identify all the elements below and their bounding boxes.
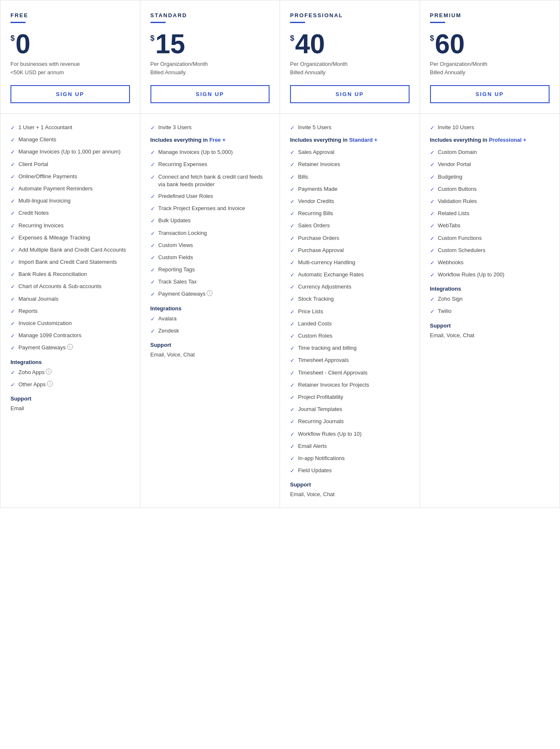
check-icon: ✓ xyxy=(150,174,155,181)
plan-billing-free: For businesses with revenue<50K USD per … xyxy=(10,60,130,77)
check-icon: ✓ xyxy=(290,235,295,242)
check-icon: ✓ xyxy=(10,320,15,328)
feature-text: Track Project Expenses and Invoice xyxy=(158,205,245,212)
feature-text: Email Alerts xyxy=(298,442,327,450)
check-icon: ✓ xyxy=(430,247,435,255)
check-icon: ✓ xyxy=(290,382,295,389)
includes-link-standard: Free + xyxy=(209,137,226,143)
feature-text: 1 User + 1 Accountant xyxy=(18,124,72,131)
info-icon[interactable]: i xyxy=(46,369,52,374)
feature-item: ✓Automatic Exchange Rates xyxy=(290,271,410,279)
feature-item: ✓Purchase Approval xyxy=(290,247,410,255)
check-icon: ✓ xyxy=(10,124,15,132)
feature-item: ✓Custom Domain xyxy=(430,148,550,156)
signup-button-standard[interactable]: SIGN UP xyxy=(150,85,270,103)
check-icon: ✓ xyxy=(150,193,155,200)
feature-text: Reports xyxy=(18,307,38,315)
feature-text: Recurring Journals xyxy=(298,418,344,425)
signup-button-free[interactable]: SIGN UP xyxy=(10,85,130,103)
check-icon: ✓ xyxy=(430,174,435,181)
check-icon: ✓ xyxy=(10,210,15,217)
plan-col-premium: PREMIUM$60Per Organization/MonthBilled A… xyxy=(420,0,560,507)
feature-text: Purchase Orders xyxy=(298,234,339,242)
feature-text: Timesheet - Client Approvals xyxy=(298,369,368,377)
check-icon: ✓ xyxy=(10,259,15,266)
feature-item: ✓Online/Offline Payments xyxy=(10,173,130,181)
plan-name-free: FREE xyxy=(10,12,130,18)
feature-item: ✓Client Portal xyxy=(10,161,130,169)
feature-text: Recurring Expenses xyxy=(158,161,207,168)
check-icon: ✓ xyxy=(290,443,295,450)
feature-text: Vendor Portal xyxy=(438,161,471,168)
feature-item: ✓Twilio xyxy=(430,307,550,315)
check-icon: ✓ xyxy=(290,431,295,438)
check-icon: ✓ xyxy=(10,136,15,144)
info-icon[interactable]: i xyxy=(47,381,53,387)
feature-text: Payments Made xyxy=(298,185,337,193)
plan-header-free: FREE$0For businesses with revenue<50K US… xyxy=(0,0,140,114)
feature-text: Purchase Approval xyxy=(298,247,344,254)
feature-text: Stock Tracking xyxy=(298,295,334,303)
feature-item: ✓Custom Roles xyxy=(290,332,410,340)
feature-text: Workflow Rules (Up to 200) xyxy=(438,271,505,278)
check-icon: ✓ xyxy=(290,394,295,401)
signup-button-premium[interactable]: SIGN UP xyxy=(430,85,550,103)
info-icon[interactable]: i xyxy=(207,290,213,296)
feature-item: ✓Multi-currency Handling xyxy=(290,259,410,267)
check-icon: ✓ xyxy=(290,357,295,364)
check-icon: ✓ xyxy=(10,381,15,389)
feature-text: Landed Costs xyxy=(298,320,332,328)
feature-text: Online/Offline Payments xyxy=(18,173,77,180)
support-text-standard: Email, Voice, Chat xyxy=(150,351,270,358)
check-icon: ✓ xyxy=(430,149,435,156)
info-icon[interactable]: i xyxy=(67,344,73,350)
feature-item: ✓Manage Invoices (Up to 5,000) xyxy=(150,148,270,156)
feature-item: ✓Invite 5 Users xyxy=(290,124,410,132)
includes-label-standard: Includes everything in xyxy=(150,137,210,143)
feature-text: Automate Payment Reminders xyxy=(18,185,93,192)
feature-text: Predefined User Roles xyxy=(158,192,213,200)
feature-item: ✓Timesheet Approvals xyxy=(290,356,410,364)
check-icon: ✓ xyxy=(290,296,295,303)
check-icon: ✓ xyxy=(430,186,435,193)
feature-item: ✓Bank Rules & Reconciliation xyxy=(10,270,130,278)
feature-item: ✓1 User + 1 Accountant xyxy=(10,124,130,132)
feature-text: Invoice Customization xyxy=(18,320,72,327)
feature-text: Manage Clients xyxy=(18,136,56,143)
feature-text: Related Lists xyxy=(438,210,469,217)
plan-currency-free: $ xyxy=(10,34,15,43)
signup-button-professional[interactable]: SIGN UP xyxy=(290,85,410,103)
feature-item: ✓Connect and fetch bank & credit card fe… xyxy=(150,173,270,188)
feature-item: ✓Retainer Invoices for Projects xyxy=(290,381,410,389)
feature-item: ✓Track Sales Tax xyxy=(150,278,270,286)
feature-item: ✓Timesheet - Client Approvals xyxy=(290,369,410,377)
includes-label-professional: Includes everything in xyxy=(290,137,349,143)
feature-text: In-app Notifications xyxy=(298,455,345,462)
feature-text: Multi-lingual Invoicing xyxy=(18,197,70,205)
feature-item: ✓Currency Adjustments xyxy=(290,283,410,291)
check-icon: ✓ xyxy=(150,278,155,286)
feature-item: ✓Validation Rules xyxy=(430,198,550,205)
check-icon: ✓ xyxy=(430,222,435,230)
feature-text: WebTabs xyxy=(438,222,461,229)
feature-item: ✓Automate Payment Reminders xyxy=(10,185,130,193)
check-icon: ✓ xyxy=(290,259,295,267)
feature-text: Budgeting xyxy=(438,173,463,181)
feature-text: Bulk Updates xyxy=(158,217,191,224)
feature-text: Expenses & Mileage Tracking xyxy=(18,234,90,242)
feature-item: ✓Predefined User Roles xyxy=(150,192,270,200)
feature-item: ✓Invite 3 Users xyxy=(150,124,270,132)
check-icon: ✓ xyxy=(10,234,15,242)
check-icon: ✓ xyxy=(150,291,155,298)
feature-text: Custom Fields xyxy=(158,254,193,261)
feature-item: ✓Recurring Expenses xyxy=(150,161,270,169)
check-icon: ✓ xyxy=(10,247,15,254)
feature-text: Retainer Invoices xyxy=(298,161,340,168)
feature-item: ✓Related Lists xyxy=(430,210,550,218)
plan-header-professional: PROFESSIONAL$40Per Organization/MonthBil… xyxy=(280,0,420,114)
check-icon: ✓ xyxy=(10,271,15,278)
check-icon: ✓ xyxy=(290,247,295,255)
feature-text: Custom Views xyxy=(158,242,193,249)
plan-price-row-standard: $15 xyxy=(150,31,270,57)
plan-billing-premium: Per Organization/MonthBilled Annually xyxy=(430,60,550,77)
